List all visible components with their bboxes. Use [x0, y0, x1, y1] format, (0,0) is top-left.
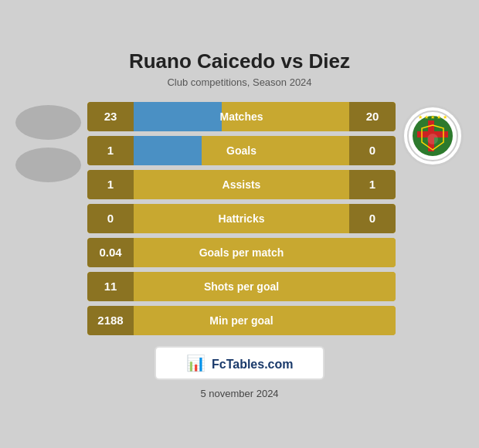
stat-right-value: [349, 272, 396, 301]
left-avatar-2: [15, 148, 81, 182]
stat-row: 1Assists1: [87, 170, 396, 199]
svg-point-5: [427, 134, 438, 144]
stat-right-value: 20: [349, 102, 396, 131]
left-avatar-1: [15, 105, 81, 140]
stat-row: 0Hattricks0: [87, 204, 396, 233]
stat-row: 0.04Goals per match: [87, 238, 396, 267]
page-title: Ruano Caicedo vs Diez: [15, 49, 464, 73]
team-logo: ★ ★ ★ ★ ★: [402, 105, 464, 167]
stat-left-value: 0: [87, 204, 134, 233]
stat-left-value: 1: [87, 136, 134, 165]
stat-right-value: 0: [349, 204, 396, 233]
stat-label: Shots per goal: [134, 280, 349, 293]
stat-row: 23Matches20: [87, 102, 396, 131]
stat-label: Matches: [134, 110, 349, 123]
rows-container: 23Matches201Goals01Assists10Hattricks00.…: [87, 102, 396, 335]
left-avatars: [15, 102, 81, 182]
stat-left-value: 0.04: [87, 238, 134, 267]
stat-label: Goals per match: [134, 246, 349, 259]
stat-left-value: 11: [87, 272, 134, 301]
stat-label: Assists: [134, 178, 349, 191]
watermark-text: FcTables.com: [212, 358, 294, 371]
stats-area: 23Matches201Goals01Assists10Hattricks00.…: [15, 102, 464, 335]
stat-label: Goals: [134, 144, 349, 157]
stat-row: 1Goals0: [87, 136, 396, 165]
stat-left-value: 23: [87, 102, 134, 131]
stat-right-value: 0: [349, 136, 396, 165]
stat-left-value: 2188: [87, 306, 134, 335]
svg-text:★ ★ ★ ★ ★: ★ ★ ★ ★ ★: [418, 114, 447, 120]
card: Ruano Caicedo vs Diez Club competitions,…: [8, 34, 471, 415]
stat-left-value: 1: [87, 170, 134, 199]
stat-row: 11Shots per goal: [87, 272, 396, 301]
stat-label: Hattricks: [134, 212, 349, 225]
stat-right-value: 1: [349, 170, 396, 199]
footer-date: 5 november 2024: [15, 388, 464, 399]
stat-right-value: [349, 238, 396, 267]
stat-right-value: [349, 306, 396, 335]
stat-label: Min per goal: [134, 314, 349, 327]
watermark: 📊 FcTables.com: [155, 346, 324, 380]
watermark-icon: 📊: [186, 355, 206, 372]
stat-row: 2188Min per goal: [87, 306, 396, 335]
subtitle: Club competitions, Season 2024: [15, 76, 464, 88]
right-avatar: ★ ★ ★ ★ ★: [402, 102, 464, 167]
